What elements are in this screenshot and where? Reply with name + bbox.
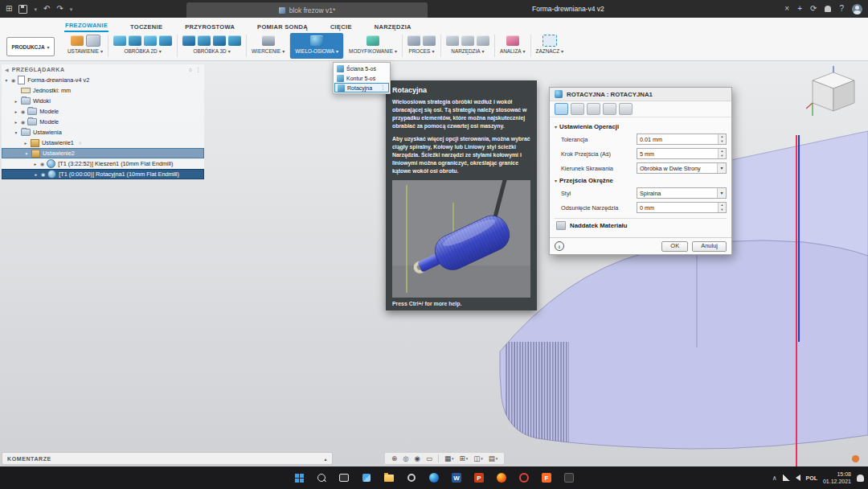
expand-icon[interactable]: ▸ [14, 109, 18, 114]
new-setup-icon[interactable] [71, 35, 84, 46]
menu-item-rotacyjna[interactable]: Rotacyjna ⋮ [334, 83, 389, 92]
section-header-circular[interactable]: ▾ Przejścia Okrężne [555, 177, 727, 184]
clock[interactable]: 15:08 01.12.2021 [823, 471, 851, 486]
stepper[interactable]: ▴▾ [718, 149, 726, 158]
visibility-eye-icon[interactable]: ◉ [11, 77, 15, 83]
analysis-icon[interactable] [506, 35, 519, 46]
visual-style-menu[interactable]: ▤▾ [489, 454, 498, 462]
look-at-icon[interactable]: ◉ [415, 454, 420, 462]
app-grid-icon[interactable]: ⊞ [6, 5, 12, 13]
redo-menu-caret-icon[interactable]: ▾ [70, 6, 73, 12]
widgets-button[interactable] [357, 468, 376, 487]
dialog-header[interactable]: ROTACYJNA : ROTACYJNA1 [550, 88, 731, 101]
tree-row-ustawienie1[interactable]: ▸ Ustawienie1 ○ [2, 138, 204, 148]
toolbar-group-modyfikowanie[interactable]: MODYFIKOWANIE▾ [344, 33, 402, 59]
notification-center-icon[interactable] [857, 475, 864, 482]
toolbar-group-narzedzia[interactable]: NARZĘDZIA▾ [441, 33, 494, 59]
redo-icon[interactable]: ↷ [56, 5, 63, 13]
tree-row-modele-2[interactable]: ▸ ◉ Modele [2, 117, 204, 127]
tree-row-widoki[interactable]: ▸ Widoki [2, 96, 204, 106]
job-status-icon[interactable]: ⟳ [810, 5, 817, 13]
toolbar-group-obrobka-3d[interactable]: OBRÓBKA 3D▾ [178, 33, 246, 59]
expand-icon[interactable]: ▸ [23, 141, 28, 146]
stepper[interactable]: ▴▾ [718, 203, 726, 212]
section-header-operation[interactable]: ▾ Ustawienia Operacji [555, 123, 727, 130]
volume-icon[interactable] [796, 475, 800, 481]
modify-icon[interactable] [366, 35, 379, 46]
document-tab-active[interactable]: Forma-drewniana-v4 v2 [532, 0, 604, 18]
contour-icon[interactable] [228, 35, 241, 46]
chevron-up-icon[interactable]: ▴ [324, 456, 327, 462]
status-dot-icon[interactable] [852, 455, 859, 462]
expand-icon[interactable]: ▸ [33, 162, 38, 166]
tolerance-input[interactable]: 0.01 mm ▴▾ [637, 134, 727, 145]
cancel-button[interactable]: Anuluj [692, 241, 727, 252]
tree-row-ustawienie2[interactable]: ▾ Ustawienie2 [2, 148, 204, 158]
tree-row-rotacyjna1[interactable]: ▸ ◉ [T1 (0:00:00)] Rotacyjna1 (10mm Flat… [2, 169, 204, 179]
menu-item-sciana-5-os[interactable]: Ściana 5-oś [334, 64, 389, 73]
parallel-icon[interactable] [213, 35, 226, 46]
save-menu-caret-icon[interactable]: ▾ [34, 6, 37, 12]
powerpoint-button[interactable]: P [469, 468, 489, 487]
opera-button[interactable] [514, 468, 534, 487]
visibility-eye-icon[interactable]: ◉ [41, 171, 45, 177]
start-button[interactable] [289, 468, 309, 487]
expand-icon[interactable]: ▾ [4, 78, 9, 83]
tab-przyrostowa[interactable]: PRZYROSTOWA [184, 22, 235, 32]
save-icon[interactable] [18, 5, 27, 14]
user-avatar[interactable] [852, 4, 862, 14]
file-explorer-button[interactable] [379, 468, 399, 487]
post-process-icon[interactable] [461, 35, 474, 46]
tab-ciecie[interactable]: CIĘCIE [330, 22, 353, 32]
kebab-menu-icon[interactable]: ⋮ [380, 84, 386, 91]
comments-panel[interactable]: KOMENTARZE ▴ [2, 452, 333, 465]
viewports-menu[interactable]: ◫▾ [473, 454, 483, 462]
drill-icon[interactable] [262, 35, 275, 46]
pocket-clearing-icon[interactable] [198, 35, 211, 46]
step-input[interactable]: 5 mm ▴▾ [637, 148, 727, 159]
2d-adaptive-icon[interactable] [113, 35, 126, 46]
expand-icon[interactable]: ▾ [14, 130, 18, 135]
notifications-bell-icon[interactable] [825, 6, 831, 12]
expand-icon[interactable]: ▸ [14, 120, 18, 125]
heights-tab-icon[interactable] [587, 103, 600, 115]
network-icon[interactable] [783, 475, 790, 481]
toolbar-group-wiercenie[interactable]: WIERCENIE▾ [247, 33, 289, 59]
grid-settings-menu[interactable]: ⊞▾ [460, 454, 469, 462]
toolbar-group-proces[interactable]: PROCES▾ [403, 33, 440, 59]
tab-pomiar-sonda[interactable]: POMIAR SONDĄ [256, 22, 309, 32]
toolbar-group-analiza[interactable]: ANALIZA▾ [495, 33, 530, 59]
tree-row-ustawienia[interactable]: ▾ Ustawienia [2, 127, 204, 138]
fusion-360-button[interactable]: F [537, 468, 556, 487]
language-indicator[interactable]: POL [806, 475, 817, 481]
tree-row-kieszen1[interactable]: ▸ ◉ [T1 (3:22:52)] Kieszeń1 (10mm Flat E… [2, 158, 204, 169]
tab-toczenie[interactable]: TOCZENIE [129, 22, 163, 32]
new-tab-icon[interactable]: + [797, 5, 802, 13]
toolbar-group-wielo-osiowa[interactable]: WIELO-OSIOWA▾ [290, 33, 343, 59]
tab-frezowanie[interactable]: FREZOWANIE [64, 20, 108, 32]
multi-axis-icon[interactable] [310, 35, 323, 46]
orbit-icon[interactable]: ◎ [403, 454, 408, 462]
toolbar-group-ustawienie[interactable]: USTAWIENIE▾ [63, 33, 108, 59]
display-settings-menu[interactable]: ▦▾ [444, 454, 454, 462]
style-select[interactable]: Spiralna ▾ [637, 187, 727, 199]
tree-row-units[interactable]: Jednostki: mm [2, 85, 204, 96]
linking-tab-icon[interactable] [619, 103, 633, 115]
tree-row-root[interactable]: ▾ ◉ Forma-drewniana-v4 v2 [2, 75, 204, 85]
toolbar-group-zaznacz[interactable]: ZAZNACZ▾ [531, 33, 568, 59]
browser-options-icon[interactable]: ○ [189, 67, 192, 72]
direction-select[interactable]: Obróbka w Dwie Strony ▾ [637, 162, 727, 174]
pan-icon[interactable]: ⊕ [391, 454, 397, 462]
document-tab-inactive[interactable]: blok frezow v1* [186, 2, 428, 18]
firefox-button[interactable] [492, 468, 511, 487]
close-tab-icon[interactable]: × [784, 5, 789, 13]
expand-icon[interactable]: ▸ [14, 99, 18, 104]
expand-icon[interactable]: ▸ [34, 172, 39, 177]
offset-input[interactable]: 0 mm ▴▾ [637, 202, 727, 213]
tree-row-modele-1[interactable]: ▸ ◉ Modele [2, 106, 204, 117]
tool-library-icon[interactable] [446, 35, 459, 46]
undo-icon[interactable]: ↶ [43, 5, 50, 13]
adaptive-clearing-icon[interactable] [182, 35, 195, 46]
menu-item-kontur-5-os[interactable]: Kontur 5-oś [334, 73, 389, 83]
word-button[interactable]: W [447, 468, 466, 487]
